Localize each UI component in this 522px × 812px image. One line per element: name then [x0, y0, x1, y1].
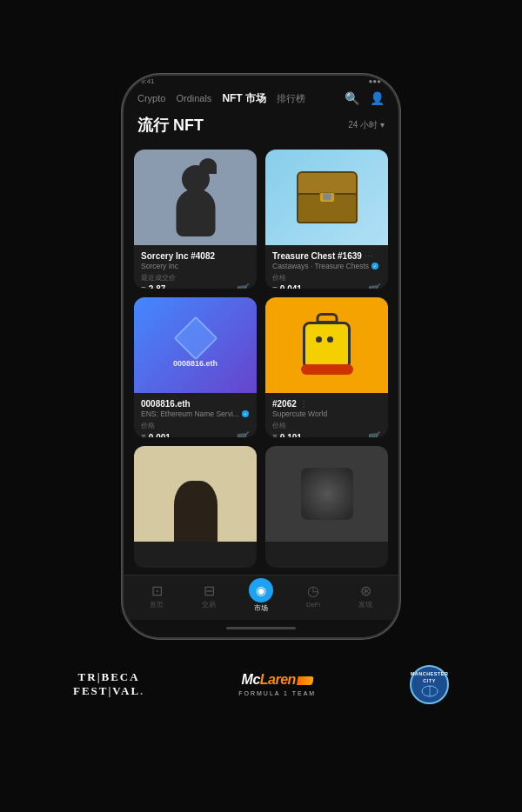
home-indicator — [124, 620, 398, 637]
page-title: 流行 NFT — [137, 115, 204, 136]
mclaren-name: McLaren — [242, 672, 313, 688]
trade-nav-label: 交易 — [202, 601, 216, 609]
nft-collection-3: ENS: Ethereum Name Servi... ✓ — [141, 409, 250, 418]
nft-info-3: 0008816.eth ENS: Ethereum Name Servi... … — [134, 393, 257, 437]
treasure-chest — [297, 171, 358, 223]
silhouette-figure — [167, 158, 224, 236]
dark-art-shape — [301, 468, 353, 520]
nft-price-row-2: Ξ 0.041 🛒 — [272, 283, 381, 290]
price-label-3: 价格 — [141, 422, 250, 430]
time-filter[interactable]: 24 小时 ▾ — [348, 119, 385, 131]
trade-nav-icon: ⊟ — [204, 582, 215, 599]
eth-icon-4: Ξ — [272, 433, 278, 437]
nft-card-2[interactable]: Treasure Chest #1639 ⋯ Castaways · Treas… — [265, 150, 388, 290]
nft-collection-2: Castaways · Treasure Chests ✓ — [272, 262, 381, 270]
price-value-2: Ξ 0.041 — [272, 284, 302, 289]
status-bar: 9:41 ●●● — [124, 76, 398, 88]
market-nav-label: 市场 — [254, 604, 268, 613]
nav-item-ordinals[interactable]: Ordinals — [176, 93, 211, 103]
discover-nav-icon: ⊛ — [360, 582, 371, 599]
cart-btn-2[interactable]: 🛒 — [368, 283, 381, 290]
nft-name-1: Sorcery Inc #4082 — [141, 251, 250, 261]
phone-wrapper: 9:41 ●●● Crypto Ordinals NFT 市场 排行榜 🔍 👤 … — [122, 74, 400, 639]
ens-text: 0008816.eth — [173, 359, 218, 368]
price-value-3: Ξ 0.001 — [141, 433, 171, 437]
price-label-2: 价格 — [272, 274, 381, 283]
eth-icon-2: Ξ — [272, 285, 278, 290]
nft-card-1[interactable]: Sorcery Inc #4082 Sorcery Inc 最近成交价 Ξ 2.… — [134, 150, 257, 290]
price-label-4: 价格 — [272, 422, 381, 430]
bottom-nav: ⊡ 首页 ⊟ 交易 ◉ 市场 ◷ DeFi ⊛ 发现 — [124, 575, 398, 620]
dark-figure — [174, 481, 218, 542]
home-nav-icon: ⊡ — [151, 582, 163, 599]
market-nav-icon: ◉ — [249, 578, 273, 602]
nft-name-3: 0008816.eth — [141, 399, 191, 409]
price-value-1: Ξ 2.87 — [141, 284, 165, 289]
nft-info-2: Treasure Chest #1639 ⋯ Castaways · Treas… — [265, 245, 388, 290]
verified-badge-2: ✓ — [371, 263, 378, 270]
verified-badge-3: ✓ — [242, 410, 249, 417]
nft-name-2: Treasure Chest #1639 — [272, 251, 362, 261]
nav-bar: Crypto Ordinals NFT 市场 排行榜 🔍 👤 — [124, 88, 398, 111]
nft-image-2 — [265, 150, 388, 245]
page-header: 流行 NFT 24 小时 ▾ — [124, 111, 398, 143]
nft-name-4: #2062 — [272, 399, 297, 409]
nft-card-3[interactable]: 0008816.eth 0008816.eth ENS: Ethereum Na… — [134, 297, 257, 437]
home-bar — [226, 627, 296, 629]
nav-item-rank[interactable]: 排行榜 — [277, 92, 305, 105]
defi-nav-icon: ◷ — [307, 582, 319, 599]
home-nav-label: 首页 — [150, 601, 164, 609]
nav-item-trade[interactable]: ⊟ 交易 — [183, 582, 235, 609]
price-value-4: Ξ 0.101 — [272, 433, 302, 437]
nft-price-row-4: Ξ 0.101 🛒 — [272, 431, 381, 437]
nft-image-1 — [134, 150, 257, 245]
nav-item-defi[interactable]: ◷ DeFi — [287, 582, 339, 609]
mclaren-logo: McLaren FORMULA 1 TEAM — [238, 672, 316, 696]
mclaren-subtitle: FORMULA 1 TEAM — [238, 690, 316, 696]
brands-section: TR|BECA FEST|VAL. McLaren FORMULA 1 TEAM… — [0, 648, 522, 713]
nft-image-5 — [134, 446, 257, 542]
supercute-char — [298, 313, 355, 378]
nft-image-3: 0008816.eth — [134, 297, 257, 393]
cart-btn-3[interactable]: 🛒 — [237, 431, 250, 437]
nft-card-4[interactable]: #2062 ⋮ Supercute World 价格 Ξ 0.101 🛒 — [265, 297, 388, 437]
manchester-city-badge: MANCHESTER CITY — [410, 665, 449, 704]
ens-diamond — [173, 316, 218, 361]
nav-item-nft[interactable]: NFT 市场 — [222, 91, 266, 106]
nft-info-6 — [265, 542, 388, 568]
phone-frame: 9:41 ●●● Crypto Ordinals NFT 市场 排行榜 🔍 👤 … — [122, 74, 400, 639]
nav-item-market[interactable]: ◉ 市场 — [235, 578, 287, 613]
nft-image-4 — [265, 297, 388, 393]
price-label-1: 最近成交价 — [141, 274, 250, 283]
nav-item-discover[interactable]: ⊛ 发现 — [339, 582, 392, 609]
nft-collection-4: Supercute World — [272, 409, 381, 418]
nft-image-6 — [265, 446, 388, 542]
menu-dots-2: ⋯ — [365, 251, 373, 261]
nft-grid: Sorcery Inc #4082 Sorcery Inc 最近成交价 Ξ 2.… — [124, 143, 398, 575]
menu-dots-4: ⋮ — [299, 399, 308, 409]
profile-icon[interactable]: 👤 — [370, 91, 385, 105]
nft-collection-1: Sorcery Inc — [141, 262, 250, 270]
nft-card-6[interactable] — [265, 446, 388, 568]
search-icon[interactable]: 🔍 — [345, 91, 359, 105]
nft-info-4: #2062 ⋮ Supercute World 价格 Ξ 0.101 🛒 — [265, 393, 388, 437]
defi-nav-label: DeFi — [306, 601, 320, 609]
cart-btn-4[interactable]: 🛒 — [368, 431, 381, 437]
discover-nav-label: 发现 — [358, 601, 372, 609]
nft-info-1: Sorcery Inc #4082 Sorcery Inc 最近成交价 Ξ 2.… — [134, 245, 257, 290]
nft-card-5[interactable] — [134, 446, 257, 568]
nft-price-row-3: Ξ 0.001 🛒 — [141, 431, 250, 437]
cart-btn-1[interactable]: 🛒 — [237, 283, 250, 290]
nft-price-row-1: Ξ 2.87 🛒 — [141, 283, 250, 290]
eth-icon-3: Ξ — [141, 433, 146, 437]
nav-item-home[interactable]: ⊡ 首页 — [130, 582, 183, 609]
phone-screen: 9:41 ●●● Crypto Ordinals NFT 市场 排行榜 🔍 👤 … — [124, 76, 398, 637]
eth-icon-1: Ξ — [141, 285, 146, 290]
nav-item-crypto[interactable]: Crypto — [137, 93, 165, 103]
tribeca-logo: TR|BECA FEST|VAL. — [73, 670, 144, 697]
nft-info-5 — [134, 542, 257, 568]
